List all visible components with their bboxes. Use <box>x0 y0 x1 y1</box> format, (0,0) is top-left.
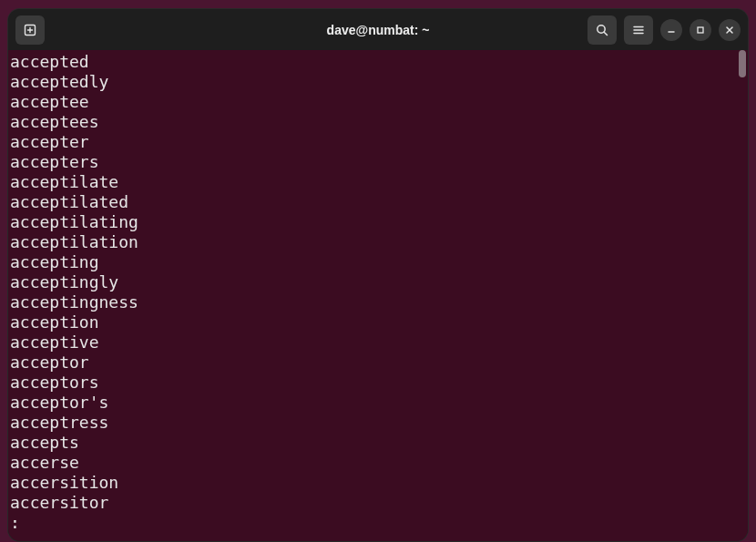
window-title: dave@numbat: ~ <box>327 23 430 37</box>
terminal-window: dave@numbat: ~ <box>7 8 749 542</box>
svg-rect-7 <box>698 27 703 33</box>
svg-line-2 <box>604 32 607 35</box>
terminal-line: acceptilating <box>10 212 744 232</box>
terminal-line: acceptingness <box>10 292 744 312</box>
terminal-line: acceptee <box>10 92 744 112</box>
terminal-content[interactable]: acceptedacceptedlyaccepteeaccepteesaccep… <box>8 50 748 541</box>
terminal-line: acceptees <box>10 112 744 132</box>
scrollbar[interactable] <box>739 50 746 541</box>
terminal-line: acceptingly <box>10 272 744 292</box>
titlebar-left <box>15 15 45 45</box>
terminal-line: accerse <box>10 453 744 473</box>
terminal-line: acceptor <box>10 353 744 373</box>
terminal-line: acceptilated <box>10 192 744 212</box>
terminal-line: accersitor <box>10 493 744 513</box>
pager-prompt: : <box>10 513 744 533</box>
terminal-line: acceptors <box>10 373 744 393</box>
close-icon <box>724 25 735 36</box>
terminal-line: accepted <box>10 52 744 72</box>
terminal-line: accepter <box>10 132 744 152</box>
maximize-button[interactable] <box>690 19 711 41</box>
terminal-line: accepts <box>10 433 744 453</box>
hamburger-icon <box>631 23 646 37</box>
terminal-line: accepters <box>10 152 744 172</box>
search-icon <box>595 23 609 37</box>
new-tab-icon <box>23 23 37 37</box>
terminal-line: acceptor's <box>10 393 744 413</box>
terminal-line: acceptilation <box>10 232 744 252</box>
terminal-line: acception <box>10 312 744 332</box>
terminal-line: accersition <box>10 473 744 493</box>
maximize-icon <box>695 25 706 36</box>
scrollbar-thumb[interactable] <box>739 50 746 77</box>
menu-button[interactable] <box>624 15 653 45</box>
new-tab-button[interactable] <box>15 15 45 45</box>
minimize-icon <box>666 25 677 36</box>
search-button[interactable] <box>587 15 617 45</box>
terminal-line: acceptedly <box>10 72 744 92</box>
terminal-output: acceptedacceptedlyaccepteeaccepteesaccep… <box>10 52 744 513</box>
terminal-line: acceptress <box>10 413 744 433</box>
terminal-line: acceptive <box>10 332 744 353</box>
terminal-line: accepting <box>10 252 744 272</box>
close-button[interactable] <box>719 19 741 41</box>
titlebar-right <box>587 15 741 45</box>
minimize-button[interactable] <box>660 19 682 41</box>
titlebar: dave@numbat: ~ <box>8 9 748 50</box>
terminal-line: acceptilate <box>10 172 744 192</box>
